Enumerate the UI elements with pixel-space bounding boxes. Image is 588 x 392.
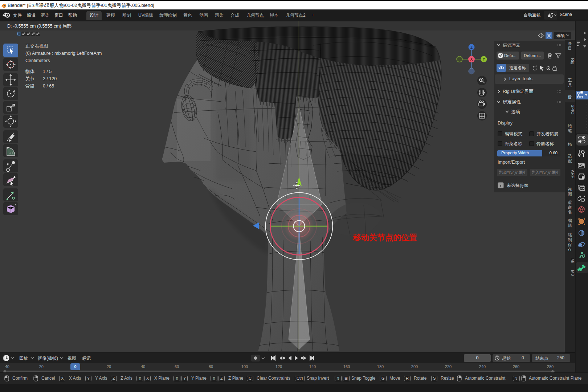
svg-text:2 / 120: 2 / 120: [43, 76, 57, 81]
svg-text:D: -0.5555 cm (0.5555 cm) 局部: D: -0.5555 cm (0.5555 cm) 局部: [7, 24, 72, 29]
svg-text:移动关节点的位置: 移动关节点的位置: [353, 233, 417, 242]
svg-text:重: 重: [568, 200, 572, 205]
svg-text:关节: 关节: [25, 76, 35, 81]
svg-text:M3: M3: [571, 270, 575, 276]
svg-text:保: 保: [568, 242, 572, 247]
svg-text:配: 配: [568, 159, 572, 163]
svg-text:Y: Y: [483, 57, 485, 61]
svg-text:Z: Z: [470, 45, 473, 49]
svg-text:ARP: ARP: [571, 170, 575, 179]
svg-text:视: 视: [567, 187, 572, 192]
svg-text:物体: 物体: [25, 69, 35, 74]
svg-text:骨骼: 骨骼: [25, 83, 35, 89]
svg-text:Centimeters: Centimeters: [25, 58, 50, 63]
svg-text:强: 强: [568, 233, 572, 237]
svg-text:正交右视图: 正交右视图: [25, 44, 48, 49]
svg-text:选项: 选项: [556, 33, 565, 38]
svg-text:0 / 65: 0 / 65: [43, 83, 54, 89]
svg-text:骨: 骨: [568, 95, 572, 99]
svg-text:1 / 5: 1 / 5: [43, 69, 52, 74]
svg-text:编: 编: [568, 219, 572, 223]
svg-text:拓: 拓: [567, 142, 572, 147]
svg-text:制: 制: [568, 238, 572, 242]
svg-text:蜡: 蜡: [568, 124, 572, 128]
svg-text:命: 命: [568, 205, 572, 209]
svg-text:图: 图: [568, 192, 572, 196]
svg-text:(0) Armature : mixamorig:LeftF: (0) Armature : mixamorig:LeftForeArm: [25, 51, 102, 56]
svg-text:存: 存: [567, 247, 572, 252]
svg-text:条: 条: [568, 41, 572, 46]
svg-text:目: 目: [568, 46, 572, 50]
svg-text:Mi: Mi: [571, 258, 575, 263]
svg-text:Rig: Rig: [571, 58, 575, 64]
svg-text:名: 名: [568, 210, 572, 214]
svg-text:辑: 辑: [568, 223, 572, 228]
svg-text:笔: 笔: [568, 128, 572, 133]
svg-text:具: 具: [568, 83, 572, 87]
svg-text:工: 工: [568, 78, 572, 82]
svg-text:SPIO: SPIO: [571, 105, 575, 115]
svg-text:X: X: [470, 57, 473, 61]
svg-text:适: 适: [568, 154, 572, 158]
